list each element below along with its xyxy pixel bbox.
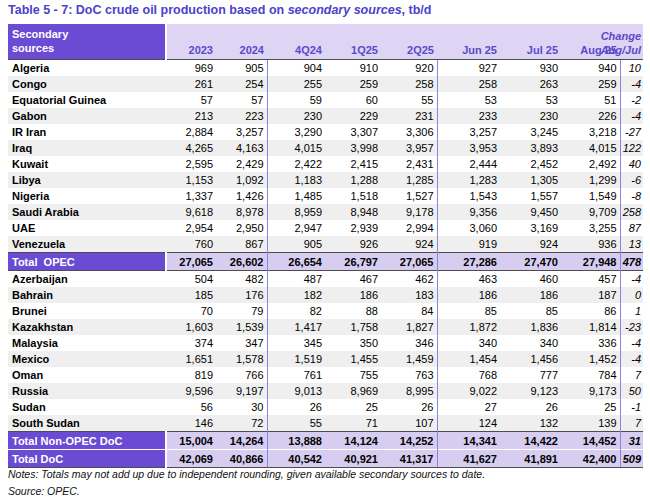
value-cell: 463 <box>437 271 500 288</box>
value-cell: 9,709 <box>561 204 620 220</box>
value-cell: 9,618 <box>166 204 216 220</box>
value-cell: 14,264 <box>216 432 267 450</box>
change-header-line2: Aug/Jul <box>601 44 641 58</box>
value-cell: 72 <box>216 415 267 432</box>
value-cell: 340 <box>437 335 500 351</box>
value-cell: 185 <box>166 287 216 303</box>
column-header-jul25: Jul 25 <box>500 24 561 60</box>
value-cell: 132 <box>500 415 561 432</box>
change-cell: 50 <box>620 383 643 399</box>
change-header-text: Change Aug/Jul <box>601 30 641 57</box>
value-cell: 1,578 <box>216 351 267 367</box>
column-header-change: Change Aug/Jul <box>620 24 643 60</box>
value-cell: 40,866 <box>216 450 267 468</box>
row-label: Equatorial Guinea <box>8 92 166 108</box>
row-label: UAE <box>8 220 166 236</box>
row-label: Total DoC <box>8 450 166 468</box>
value-cell: 186 <box>325 287 381 303</box>
value-cell: 760 <box>166 236 216 253</box>
value-cell: 1,288 <box>325 172 381 188</box>
value-cell: 1,417 <box>267 319 325 335</box>
total-row: Total Non-OPEC DoC15,00414,26413,88814,1… <box>8 432 643 450</box>
value-cell: 70 <box>166 303 216 319</box>
value-cell: 904 <box>267 60 325 77</box>
value-cell: 924 <box>500 236 561 253</box>
change-cell: 258 <box>620 204 643 220</box>
value-cell: 504 <box>166 271 216 288</box>
row-label: Brunei <box>8 303 166 319</box>
value-cell: 27,065 <box>166 253 216 271</box>
value-cell: 9,197 <box>216 383 267 399</box>
change-cell: 478 <box>620 253 643 271</box>
row-label: Congo <box>8 76 166 92</box>
change-cell: -1 <box>620 399 643 415</box>
value-cell: 1,299 <box>561 172 620 188</box>
value-cell: 2,492 <box>561 156 620 172</box>
value-cell: 42,069 <box>166 450 216 468</box>
value-cell: 969 <box>166 60 216 77</box>
change-cell: 1 <box>620 303 643 319</box>
value-cell: 26 <box>500 399 561 415</box>
value-cell: 3,169 <box>500 220 561 236</box>
value-cell: 42,400 <box>561 450 620 468</box>
column-header-2023: 2023 <box>166 24 216 60</box>
value-cell: 1,153 <box>166 172 216 188</box>
value-cell: 3,255 <box>561 220 620 236</box>
value-cell: 2,884 <box>166 124 216 140</box>
value-cell: 867 <box>216 236 267 253</box>
value-cell: 53 <box>437 92 500 108</box>
value-cell: 124 <box>437 415 500 432</box>
change-cell: 0 <box>620 287 643 303</box>
table-row: Libya1,1531,0921,1831,2881,2851,2831,305… <box>8 172 643 188</box>
value-cell: 374 <box>166 335 216 351</box>
value-cell: 139 <box>561 415 620 432</box>
change-cell: -6 <box>620 172 643 188</box>
value-cell: 230 <box>267 108 325 124</box>
value-cell: 345 <box>267 335 325 351</box>
value-cell: 107 <box>381 415 437 432</box>
total-row: Total OPEC27,06526,60226,65426,79727,065… <box>8 253 643 271</box>
value-cell: 258 <box>437 76 500 92</box>
value-cell: 183 <box>381 287 437 303</box>
value-cell: 82 <box>267 303 325 319</box>
table-row: Mexico1,6511,5781,5191,4551,4591,4541,45… <box>8 351 643 367</box>
value-cell: 1,872 <box>437 319 500 335</box>
total-row: Total DoC42,06940,86640,54240,92141,3174… <box>8 450 643 468</box>
change-cell: -8 <box>620 188 643 204</box>
value-cell: 784 <box>561 367 620 383</box>
value-cell: 1,305 <box>500 172 561 188</box>
row-label: Sudan <box>8 399 166 415</box>
table-row: IR Iran2,8843,2573,2903,3073,3063,2573,2… <box>8 124 643 140</box>
value-cell: 186 <box>437 287 500 303</box>
change-cell: -4 <box>620 271 643 288</box>
row-label: Azerbaijan <box>8 271 166 288</box>
table-row: UAE2,9542,9502,9472,9392,9943,0603,1693,… <box>8 220 643 236</box>
value-cell: 41,891 <box>500 450 561 468</box>
value-cell: 1,549 <box>561 188 620 204</box>
value-cell: 255 <box>267 76 325 92</box>
value-cell: 9,022 <box>437 383 500 399</box>
value-cell: 55 <box>381 92 437 108</box>
value-cell: 41,627 <box>437 450 500 468</box>
change-cell: -23 <box>620 319 643 335</box>
row-label: IR Iran <box>8 124 166 140</box>
value-cell: 226 <box>561 108 620 124</box>
row-label: Bahrain <box>8 287 166 303</box>
value-cell: 1,543 <box>437 188 500 204</box>
value-cell: 766 <box>216 367 267 383</box>
row-label: Venezuela <box>8 236 166 253</box>
change-cell: -4 <box>620 351 643 367</box>
value-cell: 1,455 <box>325 351 381 367</box>
value-cell: 27,065 <box>381 253 437 271</box>
value-cell: 223 <box>216 108 267 124</box>
value-cell: 9,013 <box>267 383 325 399</box>
value-cell: 9,173 <box>561 383 620 399</box>
value-cell: 2,994 <box>381 220 437 236</box>
row-label: Libya <box>8 172 166 188</box>
value-cell: 2,444 <box>437 156 500 172</box>
value-cell: 231 <box>381 108 437 124</box>
value-cell: 3,290 <box>267 124 325 140</box>
table-row: Venezuela76086790592692491992493613 <box>8 236 643 253</box>
value-cell: 1,827 <box>381 319 437 335</box>
column-header-1q25: 1Q25 <box>325 24 381 60</box>
